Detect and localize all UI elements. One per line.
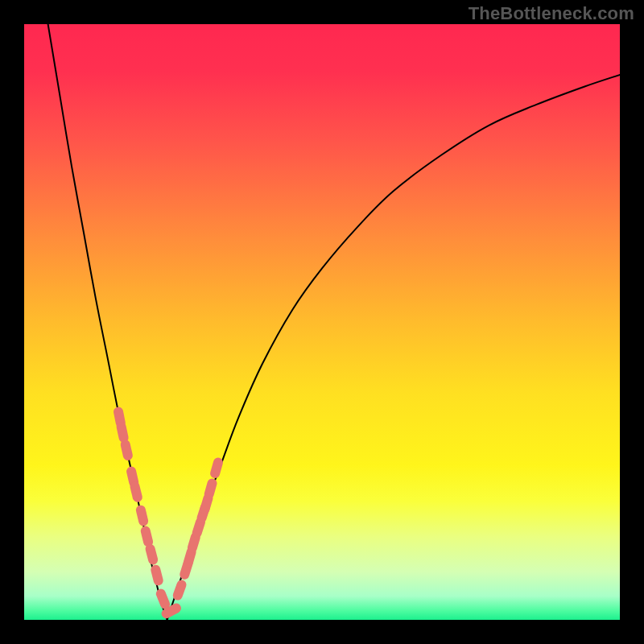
datapoint-marker (150, 564, 164, 586)
datapoint-marker (120, 439, 134, 461)
datapoint-marker (129, 481, 143, 503)
datapoint-markers (113, 406, 224, 620)
datapoint-marker (115, 421, 129, 444)
datapoint-marker (209, 456, 225, 479)
plot-area (24, 24, 620, 620)
datapoint-marker (203, 477, 218, 500)
curve-layer (24, 24, 620, 620)
datapoint-marker (135, 504, 150, 526)
datapoint-marker (144, 543, 159, 566)
bottleneck-curve-right (167, 75, 620, 620)
chart-root: TheBottleneck.com (0, 0, 644, 644)
watermark-label: TheBottleneck.com (469, 3, 634, 24)
datapoint-marker (171, 579, 188, 602)
